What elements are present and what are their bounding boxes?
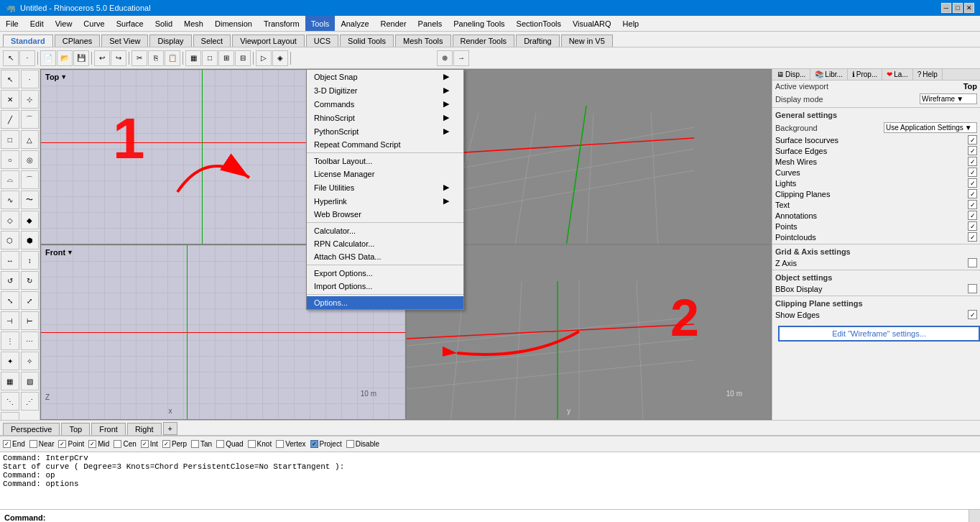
menu-license-manager[interactable]: License Manager xyxy=(307,168,463,180)
menu-hyperlink[interactable]: Hyperlink ▶ xyxy=(307,194,463,208)
sb-dim2[interactable]: ⋰ xyxy=(21,392,40,411)
menu-file[interactable]: File xyxy=(0,16,24,31)
menu-export-options[interactable]: Export Options... xyxy=(307,267,463,280)
tab-new-in-v5[interactable]: New in V5 xyxy=(561,35,613,47)
tb-save[interactable]: 💾 xyxy=(73,50,89,66)
view-tab-add[interactable]: + xyxy=(163,422,177,435)
panel-tab-display[interactable]: 🖥 Disp... xyxy=(772,69,810,80)
menu-view[interactable]: View xyxy=(50,16,78,31)
menu-panels[interactable]: Panels xyxy=(412,16,448,31)
panel-tab-help[interactable]: ? Help xyxy=(913,69,943,80)
tb-select-all[interactable]: ▦ xyxy=(185,50,201,66)
tb-zoom-ext[interactable]: ⊞ xyxy=(218,50,234,66)
tab-render-tools[interactable]: Render Tools xyxy=(453,35,515,47)
checkbox-mesh-wires[interactable] xyxy=(968,157,977,166)
tb-arrow[interactable]: ↖ xyxy=(3,50,19,66)
menu-mesh[interactable]: Mesh xyxy=(178,16,209,31)
sb-circ1[interactable]: ○ xyxy=(1,150,19,169)
checkbox-show-edges[interactable] xyxy=(968,310,977,319)
sb-rect2[interactable]: △ xyxy=(21,130,40,149)
sb-array1[interactable]: ⋮ xyxy=(1,331,19,350)
tab-cplanes[interactable]: CPlanes xyxy=(55,35,101,47)
sb-line2[interactable]: ⌒ xyxy=(21,110,40,129)
sb-pt2[interactable]: ⊹ xyxy=(21,90,40,109)
command-input[interactable] xyxy=(50,512,969,523)
checkbox-text[interactable] xyxy=(968,200,977,209)
panel-tab-layers[interactable]: ❤ La... xyxy=(882,69,912,80)
sb-pt1[interactable]: ✕ xyxy=(1,90,19,109)
sb-box2[interactable]: ⬢ xyxy=(21,231,40,249)
tb-cut[interactable]: ✂ xyxy=(131,50,147,66)
checkbox-surface-isocurves[interactable] xyxy=(968,135,977,145)
menu-import-options[interactable]: Import Options... xyxy=(307,280,463,293)
menu-object-snap[interactable]: Object Snap ▶ xyxy=(307,70,463,83)
display-mode-select[interactable]: Wireframe ▼ xyxy=(920,93,977,104)
snap-perp-checkbox[interactable]: ✓ xyxy=(162,440,170,448)
menu-edit[interactable]: Edit xyxy=(24,16,50,31)
sb-dot-tool[interactable]: · xyxy=(21,70,40,88)
sb-rot1[interactable]: ↺ xyxy=(1,271,19,290)
tab-set-view[interactable]: Set View xyxy=(101,35,148,47)
menu-web-browser[interactable]: Web Browser xyxy=(307,208,463,221)
tb-open[interactable]: 📂 xyxy=(57,50,73,66)
tb-extra1[interactable]: ⊕ xyxy=(437,50,453,66)
view-tab-top[interactable]: Top xyxy=(61,423,90,435)
snap-cen-checkbox[interactable] xyxy=(114,440,121,448)
menu-rhinoscript[interactable]: RhinoScript ▶ xyxy=(307,111,463,124)
snap-point-checkbox[interactable]: ✓ xyxy=(58,440,66,448)
snap-quad-checkbox[interactable] xyxy=(216,440,224,448)
sb-scale1[interactable]: ⤡ xyxy=(1,291,19,310)
menu-commands[interactable]: Commands ▶ xyxy=(307,97,463,111)
sb-extra2[interactable]: ✧ xyxy=(21,352,40,370)
sb-more[interactable]: « xyxy=(1,412,19,420)
panel-tab-library[interactable]: 📚 Libr... xyxy=(810,69,847,80)
snap-knot-checkbox[interactable] xyxy=(248,440,256,448)
command-scrollbar[interactable] xyxy=(969,510,980,522)
tab-viewport-layout[interactable]: Viewport Layout xyxy=(232,35,305,47)
view-tab-front[interactable]: Front xyxy=(91,423,126,435)
menu-render[interactable]: Render xyxy=(375,16,412,31)
checkbox-z-axis[interactable] xyxy=(968,258,977,267)
snap-project-checkbox[interactable]: ✓ xyxy=(310,440,318,448)
sb-arc2[interactable]: ⌒ xyxy=(21,170,40,189)
sb-grid1[interactable]: ▦ xyxy=(1,372,19,390)
menu-dimension[interactable]: Dimension xyxy=(209,16,258,31)
tab-solid-tools[interactable]: Solid Tools xyxy=(340,35,394,47)
sb-grid2[interactable]: ▧ xyxy=(21,372,40,390)
tb-paste[interactable]: 📋 xyxy=(165,50,180,66)
maximize-button[interactable]: □ xyxy=(953,3,963,13)
viewport-top-label[interactable]: Top ▼ xyxy=(45,73,67,81)
minimize-button[interactable]: ─ xyxy=(941,3,951,13)
snap-int-checkbox[interactable]: ✓ xyxy=(141,440,149,448)
tab-display[interactable]: Display xyxy=(149,35,191,47)
menu-rpn-calculator[interactable]: RPN Calculator... xyxy=(307,237,463,250)
background-select[interactable]: Use Application Settings ▼ xyxy=(884,122,977,133)
checkbox-points[interactable] xyxy=(968,221,977,231)
menu-transform[interactable]: Transform xyxy=(258,16,305,31)
tb-extra2[interactable]: → xyxy=(453,50,469,66)
tab-ucs[interactable]: UCS xyxy=(306,35,338,47)
sb-move2[interactable]: ↕ xyxy=(21,251,40,270)
close-button[interactable]: ✕ xyxy=(964,3,974,13)
tb-raytrace[interactable]: ◈ xyxy=(272,50,288,66)
checkbox-curves[interactable] xyxy=(968,168,977,177)
checkbox-surface-edges[interactable] xyxy=(968,146,977,155)
menu-attach-ghs[interactable]: Attach GHS Data... xyxy=(307,250,463,263)
menu-file-utilities[interactable]: File Utilities ▶ xyxy=(307,180,463,194)
tb-undo[interactable]: ↩ xyxy=(94,50,110,66)
tb-zoom-sel[interactable]: ⊟ xyxy=(235,50,251,66)
sb-rect1[interactable]: □ xyxy=(1,130,19,149)
checkbox-pointclouds[interactable] xyxy=(968,232,977,242)
checkbox-bbox-display[interactable] xyxy=(968,284,977,293)
viewport-front-label[interactable]: Front ▼ xyxy=(45,248,73,257)
tb-new[interactable]: 📄 xyxy=(40,50,56,66)
menu-paneling-tools[interactable]: Paneling Tools xyxy=(448,16,510,31)
snap-vertex-checkbox[interactable] xyxy=(276,440,284,448)
menu-analyze[interactable]: Analyze xyxy=(335,16,374,31)
menu-surface[interactable]: Surface xyxy=(111,16,149,31)
sb-scale2[interactable]: ⤢ xyxy=(21,291,40,310)
sb-curve2[interactable]: 〜 xyxy=(21,191,40,209)
sb-surf1[interactable]: ◇ xyxy=(1,211,19,229)
menu-repeat-command-script[interactable]: Repeat Command Script xyxy=(307,138,463,151)
menu-help[interactable]: Help xyxy=(617,16,645,31)
